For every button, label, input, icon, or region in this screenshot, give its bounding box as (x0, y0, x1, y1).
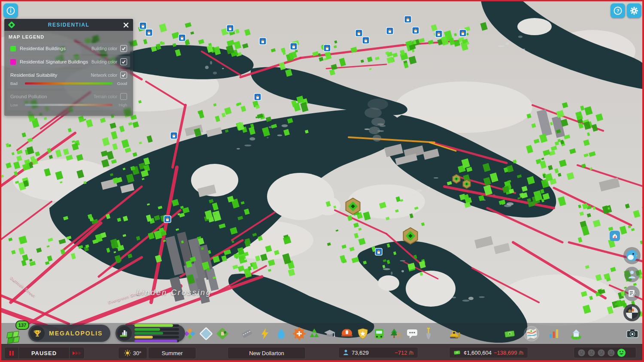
demand-bar-residential-low (134, 324, 179, 327)
chirper-button[interactable] (623, 247, 641, 264)
signature-building-marker-icon[interactable] (346, 198, 360, 214)
districts-button[interactable] (199, 327, 213, 341)
citizens-button[interactable] (624, 267, 640, 282)
building-marker-icon[interactable] (459, 30, 466, 36)
journal-button[interactable] (624, 286, 640, 301)
help-button[interactable]: ? (611, 3, 625, 18)
progression-button[interactable] (569, 327, 583, 341)
demand-pill[interactable] (115, 325, 185, 342)
city-name-widget[interactable]: New Dollarton (228, 347, 306, 359)
milestone-pill[interactable]: MEGALOPOLIS (28, 325, 110, 342)
speed-button[interactable] (70, 347, 84, 359)
building-marker-icon[interactable] (362, 37, 369, 44)
simulation-state: PAUSED (19, 350, 69, 356)
education-button[interactable] (323, 327, 337, 341)
face-unhappy-icon (597, 349, 605, 357)
building-marker-icon[interactable] (164, 216, 171, 223)
police-button[interactable] (356, 327, 370, 341)
demand-bars (134, 324, 185, 342)
signature-building-marker-icon[interactable] (453, 175, 460, 183)
checkbox-checked[interactable] (120, 45, 127, 52)
garbage-icon (308, 327, 321, 340)
radio-icon (625, 306, 639, 320)
legend-header: RESIDENTIAL (4, 19, 133, 31)
water-sewage-icon (275, 327, 288, 340)
residential-zone-icon (8, 21, 15, 29)
building-marker-icon[interactable] (375, 248, 382, 255)
bulldozer-button[interactable] (448, 327, 462, 341)
building-marker-icon[interactable] (290, 43, 297, 50)
population-widget[interactable]: 73,629 −712 /h (338, 347, 418, 358)
water-sewage-button[interactable] (274, 327, 288, 341)
money-widget[interactable]: ¢1,600,604 −138,699 /h (449, 347, 528, 358)
building-marker-icon[interactable] (355, 30, 362, 36)
garbage-button[interactable] (307, 327, 321, 341)
money-rate: −138,699 /h (494, 350, 523, 356)
building-marker-icon[interactable] (254, 94, 261, 100)
district-label: Linden Crossing (137, 288, 212, 297)
checkbox-unchecked[interactable] (120, 93, 127, 100)
communications-icon (406, 327, 419, 340)
city-demand-icon (120, 329, 129, 338)
signature-building-marker-icon[interactable] (404, 228, 418, 244)
settings-button[interactable] (627, 3, 641, 18)
building-marker-icon[interactable] (324, 45, 331, 51)
signature-building-marker-icon[interactable] (463, 180, 470, 188)
landscaping-button[interactable] (216, 327, 229, 341)
happiness-widget[interactable] (574, 347, 636, 358)
roads-button[interactable] (240, 327, 254, 341)
map-info-views-button[interactable] (525, 327, 538, 341)
building-marker-icon[interactable] (386, 27, 393, 34)
info-button[interactable] (3, 3, 18, 18)
building-marker-icon[interactable] (412, 27, 419, 34)
building-marker-icon[interactable] (435, 30, 442, 37)
building-marker-icon[interactable] (404, 16, 411, 23)
weather-widget[interactable]: 30° (118, 347, 147, 359)
city-overview-button[interactable] (610, 231, 620, 241)
fire-rescue-icon (340, 327, 353, 340)
season-widget[interactable]: Summer (148, 347, 196, 359)
parks-recreation-button[interactable] (389, 327, 403, 341)
fast-forward-icon (72, 351, 82, 356)
map-legend-panel: RESIDENTIAL MAP LEGEND Residential Build… (4, 19, 133, 116)
legend-row-signature-buildings: Residential Signature Buildings Building… (7, 56, 130, 67)
building-marker-icon[interactable] (259, 38, 266, 45)
terraforming-button[interactable] (422, 327, 435, 341)
statistics-button[interactable] (547, 327, 561, 341)
electricity-button[interactable] (258, 327, 272, 341)
healthcare-button[interactable] (292, 327, 306, 341)
photo-mode-button[interactable] (626, 327, 639, 341)
communications-button[interactable] (405, 327, 419, 341)
building-marker-icon[interactable] (146, 29, 152, 36)
milestone-level-badge: 137 (15, 320, 29, 330)
money-icon (454, 350, 461, 355)
milestones-button[interactable]: 137 (6, 324, 26, 343)
transportation-button[interactable] (372, 327, 386, 341)
game-screen: { "legend": { "title": "RESIDENTIAL", "h… (0, 0, 644, 362)
roads-icon (240, 327, 253, 340)
radio-button[interactable] (623, 304, 641, 321)
building-marker-icon[interactable] (179, 34, 185, 41)
statistics-icon (547, 327, 560, 340)
fire-rescue-button[interactable] (340, 327, 354, 341)
close-icon[interactable] (122, 21, 130, 29)
time-controls: PAUSED (4, 347, 85, 359)
building-marker-icon[interactable] (140, 22, 146, 29)
education-icon (323, 327, 336, 340)
sun-icon (124, 350, 131, 356)
question-icon: ? (613, 6, 623, 15)
landscaping-icon (216, 327, 229, 340)
building-marker-icon[interactable] (227, 25, 234, 32)
checkbox-checked[interactable] (120, 58, 127, 65)
city-name: New Dollarton (249, 350, 284, 356)
legend-heading: MAP LEGEND (9, 34, 130, 39)
building-marker-icon[interactable] (170, 132, 177, 139)
face-sad-icon (587, 349, 595, 357)
progression-icon (570, 327, 583, 340)
season: Summer (161, 350, 182, 356)
pause-button[interactable] (5, 347, 18, 359)
checkbox-checked[interactable] (120, 72, 127, 78)
gear-icon (629, 6, 639, 16)
demand-bar-residential-high (134, 332, 179, 335)
economy-button[interactable]: ¢ (503, 327, 517, 341)
